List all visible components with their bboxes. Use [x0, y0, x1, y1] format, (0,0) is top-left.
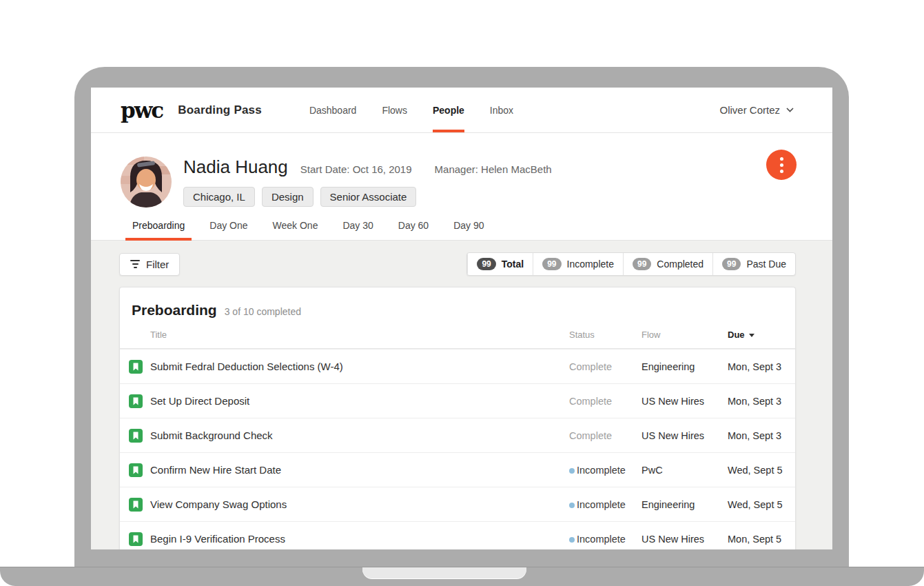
- sort-desc-icon: [749, 334, 754, 337]
- profile-tag: Senior Associate: [320, 187, 417, 207]
- pwc-logo: pwc: [121, 98, 163, 123]
- laptop-base-notch: [362, 567, 526, 578]
- task-title: Confirm New Hire Start Date: [150, 464, 569, 476]
- task-flow: US New Hires: [641, 430, 728, 441]
- column-header-status: Status: [569, 330, 641, 340]
- filter-button[interactable]: Filter: [119, 253, 180, 276]
- stats-filter-segment[interactable]: 99 Past Due: [712, 253, 795, 275]
- nav-item[interactable]: Flows: [382, 88, 407, 132]
- card-title: Preboarding: [132, 302, 217, 319]
- task-title: Submit Fedral Deduction Selections (W-4): [150, 361, 569, 372]
- start-date: Start Date: Oct 16, 2019: [300, 163, 412, 175]
- page: pwc Boarding Pass Dashboard Flows People…: [0, 0, 924, 586]
- kebab-icon: [780, 157, 783, 173]
- table-column-headers: Title Status Flow Due: [120, 321, 795, 349]
- task-card: Preboarding 3 of 10 completed Title Stat…: [119, 287, 796, 549]
- stats-label: Total: [502, 259, 524, 270]
- avatar: [121, 156, 172, 208]
- stage-tab[interactable]: Week One: [266, 220, 325, 241]
- actions-menu-button[interactable]: [766, 150, 797, 180]
- profile-tags: Chicago, IL Design Senior Associate: [183, 187, 552, 207]
- main-nav: Dashboard Flows People Inbox: [284, 88, 513, 132]
- task-row[interactable]: Begin I-9 Verification Process Incomplet…: [120, 521, 795, 549]
- task-due: Mon, Sept 3: [728, 396, 795, 407]
- task-bookmark-icon: [129, 498, 150, 512]
- task-title: Submit Background Check: [150, 430, 569, 441]
- stage-tab[interactable]: Preboarding: [125, 220, 192, 241]
- task-status: Complete: [569, 361, 641, 372]
- task-flow: Engineering: [641, 361, 728, 372]
- column-header-flow: Flow: [641, 330, 728, 340]
- user-name: Oliver Cortez: [719, 104, 780, 116]
- task-due: Wed, Sept 5: [728, 465, 795, 476]
- nav-item[interactable]: People: [433, 88, 464, 132]
- task-status: Incomplete: [569, 534, 641, 545]
- count-badge: 99: [477, 258, 495, 270]
- task-bookmark-icon: [129, 532, 150, 546]
- user-menu[interactable]: Oliver Cortez: [719, 104, 794, 116]
- task-bookmark-icon: [129, 360, 150, 374]
- count-badge: 99: [633, 258, 651, 270]
- task-title: View Company Swag Options: [150, 498, 569, 510]
- profile-tag: Design: [262, 187, 314, 207]
- laptop-base: [0, 567, 924, 586]
- filter-icon: [130, 260, 140, 268]
- stats-filter-segment[interactable]: 99 Incomplete: [533, 253, 623, 275]
- task-due: Mon, Sept 3: [728, 430, 795, 441]
- task-status: Incomplete: [569, 499, 641, 510]
- task-due: Mon, Sept 3: [728, 361, 795, 372]
- task-status: Complete: [569, 430, 641, 441]
- task-status: Incomplete: [569, 465, 641, 476]
- filter-label: Filter: [146, 259, 169, 270]
- stage-tabs: Preboarding Day One Week One Day 30 Day …: [91, 220, 832, 240]
- task-due: Wed, Sept 5: [728, 499, 795, 510]
- stage-tab[interactable]: Day 60: [391, 220, 435, 241]
- employee-name: Nadia Huang: [183, 156, 288, 178]
- stats-filter-segment[interactable]: 99 Total: [467, 253, 533, 275]
- task-bookmark-icon: [129, 463, 150, 477]
- task-title: Begin I-9 Verification Process: [150, 533, 569, 545]
- stats-label: Incomplete: [567, 259, 614, 270]
- task-row[interactable]: Submit Background Check Complete US New …: [120, 418, 795, 452]
- app-title: Boarding Pass: [178, 103, 262, 117]
- stage-tab[interactable]: Day 30: [336, 220, 380, 241]
- stats-label: Completed: [657, 259, 704, 270]
- profile-tag: Chicago, IL: [183, 187, 255, 207]
- nav-item[interactable]: Inbox: [490, 88, 513, 132]
- task-flow: US New Hires: [641, 534, 728, 545]
- nav-item[interactable]: Dashboard: [309, 88, 357, 132]
- column-header-due[interactable]: Due: [728, 330, 795, 340]
- stats-filter-segment[interactable]: 99 Completed: [623, 253, 712, 275]
- count-badge: 99: [722, 258, 741, 270]
- task-rows: Submit Fedral Deduction Selections (W-4)…: [120, 349, 795, 549]
- task-bookmark-icon: [129, 394, 150, 408]
- count-badge: 99: [542, 258, 561, 270]
- task-due: Mon, Sept 5: [728, 534, 795, 545]
- task-title: Set Up Direct Deposit: [150, 395, 569, 407]
- task-flow: US New Hires: [641, 396, 728, 407]
- chevron-down-icon: [786, 108, 794, 112]
- task-status: Complete: [569, 396, 641, 407]
- task-card-header: Preboarding 3 of 10 completed: [120, 287, 795, 319]
- column-header-title: Title: [150, 330, 569, 340]
- stats-label: Past Due: [746, 259, 786, 270]
- toolbar: Filter 99 Total 99 Incomplete: [119, 252, 796, 276]
- stats-filter-group: 99 Total 99 Incomplete 99 Completed: [466, 252, 796, 276]
- card-progress: 3 of 10 completed: [225, 306, 301, 317]
- stage-tab[interactable]: Day 90: [446, 220, 491, 241]
- profile-section: Nadia Huang Start Date: Oct 16, 2019 Man…: [91, 133, 832, 241]
- task-row[interactable]: View Company Swag Options Incomplete Eng…: [120, 487, 795, 521]
- task-row[interactable]: Confirm New Hire Start Date Incomplete P…: [120, 452, 795, 487]
- task-row[interactable]: Set Up Direct Deposit Complete US New Hi…: [120, 383, 795, 418]
- task-row[interactable]: Submit Fedral Deduction Selections (W-4)…: [120, 349, 795, 383]
- task-bookmark-icon: [129, 429, 150, 443]
- app-header: pwc Boarding Pass Dashboard Flows People…: [91, 88, 832, 133]
- laptop-screen: pwc Boarding Pass Dashboard Flows People…: [91, 88, 832, 549]
- task-flow: Engineering: [641, 499, 728, 510]
- stage-tab[interactable]: Day One: [203, 220, 254, 241]
- content-area: Filter 99 Total 99 Incomplete: [91, 241, 832, 549]
- manager: Manager: Helen MacBeth: [435, 163, 552, 175]
- task-flow: PwC: [641, 465, 728, 476]
